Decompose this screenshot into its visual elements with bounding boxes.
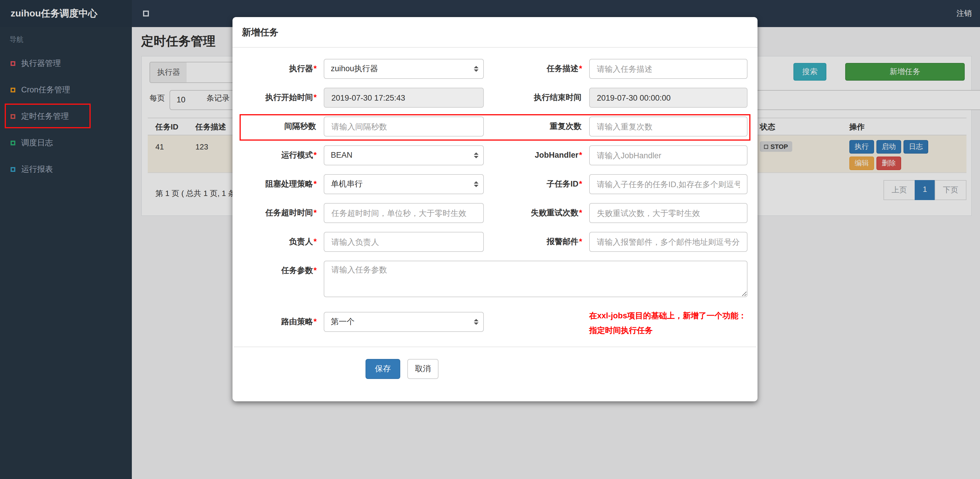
glue-type-select-value: BEAN — [331, 151, 353, 159]
chevron-updown-icon — [474, 319, 479, 325]
add-task-modal: 新增任务 执行器* zuihou执行器 任务描述* 执行开始时间* 执行结束时间 — [232, 17, 757, 401]
chevron-updown-icon — [474, 181, 479, 187]
timeout-input[interactable] — [324, 203, 484, 223]
glue-type-label: 运行模式* — [241, 145, 324, 166]
end-time-input[interactable] — [589, 88, 748, 108]
route-strategy-select[interactable]: 第一个 — [324, 312, 484, 332]
repeat-label: 重复次数 — [484, 116, 589, 137]
save-button[interactable]: 保存 — [366, 359, 400, 379]
block-strategy-select-value: 单机串行 — [331, 180, 363, 188]
chevron-updown-icon — [474, 66, 479, 72]
block-strategy-select[interactable]: 单机串行 — [324, 174, 484, 194]
job-handler-label: JobHandler* — [484, 145, 589, 166]
alarm-email-input[interactable] — [589, 232, 748, 252]
chevron-updown-icon — [474, 153, 479, 158]
start-time-input[interactable] — [324, 88, 484, 108]
job-desc-input[interactable] — [589, 59, 748, 79]
author-input[interactable] — [324, 232, 484, 252]
alarm-email-label: 报警邮件* — [484, 232, 589, 252]
interval-label: 间隔秒数 — [241, 116, 324, 137]
modal-body: 执行器* zuihou执行器 任务描述* 执行开始时间* 执行结束时间 间隔秒数 — [232, 48, 757, 338]
cancel-button[interactable]: 取消 — [407, 359, 439, 379]
interval-input[interactable] — [324, 116, 484, 137]
executor-select-value: zuihou执行器 — [331, 64, 378, 73]
child-job-label: 子任务ID* — [484, 174, 589, 194]
child-job-input[interactable] — [589, 174, 748, 194]
author-label: 负责人* — [241, 232, 324, 252]
start-time-label: 执行开始时间* — [241, 88, 324, 108]
job-param-textarea[interactable] — [324, 261, 748, 297]
timeout-label: 任务超时时间* — [241, 203, 324, 223]
route-strategy-select-value: 第一个 — [331, 317, 355, 326]
modal-footer: 保存 取消 — [232, 347, 757, 401]
job-desc-label: 任务描述* — [484, 59, 589, 79]
app-root: zuihou任务调度中心 注销 导航 执行器管理 Cron任务管理 定时任务管理… — [0, 0, 980, 479]
retry-label: 失败重试次数* — [484, 203, 589, 223]
executor-label: 执行器* — [241, 59, 324, 79]
route-strategy-label: 路由策略* — [241, 312, 324, 332]
job-handler-input[interactable] — [589, 145, 748, 166]
modal-title: 新增任务 — [232, 17, 757, 48]
repeat-input[interactable] — [589, 116, 748, 137]
job-param-label: 任务参数* — [241, 261, 324, 281]
end-time-label: 执行结束时间 — [484, 88, 589, 108]
executor-select[interactable]: zuihou执行器 — [324, 59, 484, 79]
retry-input[interactable] — [589, 203, 748, 223]
glue-type-select[interactable]: BEAN — [324, 145, 484, 166]
block-strategy-label: 阻塞处理策略* — [241, 174, 324, 194]
feature-note: 在xxl-jobs项目的基础上，新增了一个功能： 指定时间执行任务 — [589, 306, 748, 338]
